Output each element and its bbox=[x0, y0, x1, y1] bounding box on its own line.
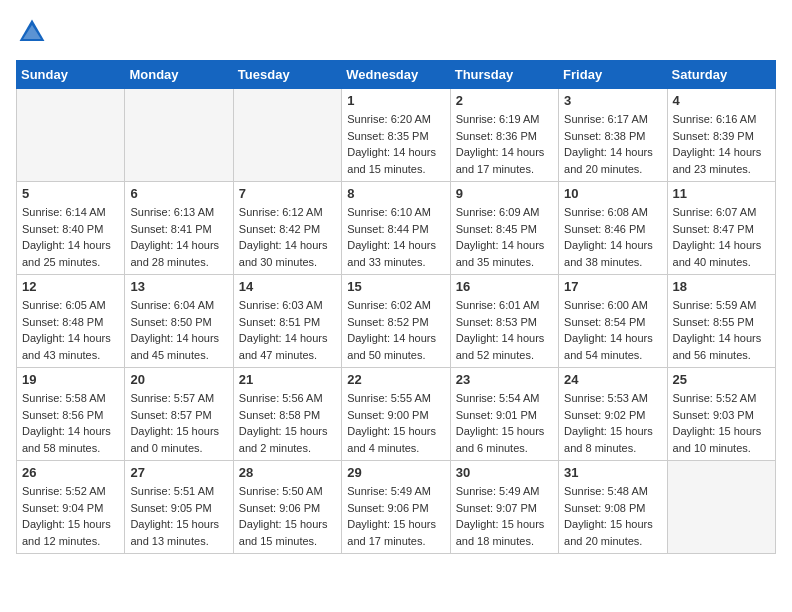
day-info: Sunrise: 6:20 AMSunset: 8:35 PMDaylight:… bbox=[347, 111, 444, 177]
day-info: Sunrise: 6:02 AMSunset: 8:52 PMDaylight:… bbox=[347, 297, 444, 363]
day-info: Sunrise: 5:48 AMSunset: 9:08 PMDaylight:… bbox=[564, 483, 661, 549]
calendar-cell: 23Sunrise: 5:54 AMSunset: 9:01 PMDayligh… bbox=[450, 368, 558, 461]
day-number: 28 bbox=[239, 465, 336, 480]
calendar-cell bbox=[233, 89, 341, 182]
day-info: Sunrise: 6:14 AMSunset: 8:40 PMDaylight:… bbox=[22, 204, 119, 270]
day-info: Sunrise: 5:49 AMSunset: 9:06 PMDaylight:… bbox=[347, 483, 444, 549]
page-header bbox=[16, 16, 776, 48]
day-info: Sunrise: 6:07 AMSunset: 8:47 PMDaylight:… bbox=[673, 204, 770, 270]
day-number: 3 bbox=[564, 93, 661, 108]
day-info: Sunrise: 6:00 AMSunset: 8:54 PMDaylight:… bbox=[564, 297, 661, 363]
calendar-cell bbox=[125, 89, 233, 182]
day-number: 30 bbox=[456, 465, 553, 480]
day-number: 17 bbox=[564, 279, 661, 294]
day-number: 27 bbox=[130, 465, 227, 480]
calendar-cell: 12Sunrise: 6:05 AMSunset: 8:48 PMDayligh… bbox=[17, 275, 125, 368]
calendar-cell: 17Sunrise: 6:00 AMSunset: 8:54 PMDayligh… bbox=[559, 275, 667, 368]
calendar-cell bbox=[667, 461, 775, 554]
calendar-cell: 24Sunrise: 5:53 AMSunset: 9:02 PMDayligh… bbox=[559, 368, 667, 461]
calendar-cell: 3Sunrise: 6:17 AMSunset: 8:38 PMDaylight… bbox=[559, 89, 667, 182]
calendar-cell: 16Sunrise: 6:01 AMSunset: 8:53 PMDayligh… bbox=[450, 275, 558, 368]
calendar-cell: 1Sunrise: 6:20 AMSunset: 8:35 PMDaylight… bbox=[342, 89, 450, 182]
day-number: 19 bbox=[22, 372, 119, 387]
logo-icon bbox=[16, 16, 48, 48]
day-info: Sunrise: 5:59 AMSunset: 8:55 PMDaylight:… bbox=[673, 297, 770, 363]
header-friday: Friday bbox=[559, 61, 667, 89]
calendar-header-row: SundayMondayTuesdayWednesdayThursdayFrid… bbox=[17, 61, 776, 89]
day-number: 18 bbox=[673, 279, 770, 294]
day-number: 7 bbox=[239, 186, 336, 201]
week-row-2: 5Sunrise: 6:14 AMSunset: 8:40 PMDaylight… bbox=[17, 182, 776, 275]
day-info: Sunrise: 6:03 AMSunset: 8:51 PMDaylight:… bbox=[239, 297, 336, 363]
day-number: 6 bbox=[130, 186, 227, 201]
day-info: Sunrise: 5:52 AMSunset: 9:03 PMDaylight:… bbox=[673, 390, 770, 456]
day-info: Sunrise: 6:05 AMSunset: 8:48 PMDaylight:… bbox=[22, 297, 119, 363]
calendar-cell: 15Sunrise: 6:02 AMSunset: 8:52 PMDayligh… bbox=[342, 275, 450, 368]
day-info: Sunrise: 5:51 AMSunset: 9:05 PMDaylight:… bbox=[130, 483, 227, 549]
day-info: Sunrise: 6:17 AMSunset: 8:38 PMDaylight:… bbox=[564, 111, 661, 177]
header-saturday: Saturday bbox=[667, 61, 775, 89]
calendar-cell: 11Sunrise: 6:07 AMSunset: 8:47 PMDayligh… bbox=[667, 182, 775, 275]
calendar-cell: 6Sunrise: 6:13 AMSunset: 8:41 PMDaylight… bbox=[125, 182, 233, 275]
day-info: Sunrise: 5:57 AMSunset: 8:57 PMDaylight:… bbox=[130, 390, 227, 456]
calendar-cell: 4Sunrise: 6:16 AMSunset: 8:39 PMDaylight… bbox=[667, 89, 775, 182]
week-row-1: 1Sunrise: 6:20 AMSunset: 8:35 PMDaylight… bbox=[17, 89, 776, 182]
day-number: 20 bbox=[130, 372, 227, 387]
calendar-cell: 10Sunrise: 6:08 AMSunset: 8:46 PMDayligh… bbox=[559, 182, 667, 275]
calendar-cell: 26Sunrise: 5:52 AMSunset: 9:04 PMDayligh… bbox=[17, 461, 125, 554]
header-wednesday: Wednesday bbox=[342, 61, 450, 89]
day-info: Sunrise: 6:13 AMSunset: 8:41 PMDaylight:… bbox=[130, 204, 227, 270]
day-info: Sunrise: 5:58 AMSunset: 8:56 PMDaylight:… bbox=[22, 390, 119, 456]
day-info: Sunrise: 6:19 AMSunset: 8:36 PMDaylight:… bbox=[456, 111, 553, 177]
calendar-cell: 19Sunrise: 5:58 AMSunset: 8:56 PMDayligh… bbox=[17, 368, 125, 461]
calendar-cell: 2Sunrise: 6:19 AMSunset: 8:36 PMDaylight… bbox=[450, 89, 558, 182]
calendar-cell: 5Sunrise: 6:14 AMSunset: 8:40 PMDaylight… bbox=[17, 182, 125, 275]
day-number: 12 bbox=[22, 279, 119, 294]
logo bbox=[16, 16, 52, 48]
day-info: Sunrise: 5:54 AMSunset: 9:01 PMDaylight:… bbox=[456, 390, 553, 456]
calendar-cell: 31Sunrise: 5:48 AMSunset: 9:08 PMDayligh… bbox=[559, 461, 667, 554]
day-info: Sunrise: 5:52 AMSunset: 9:04 PMDaylight:… bbox=[22, 483, 119, 549]
day-info: Sunrise: 5:50 AMSunset: 9:06 PMDaylight:… bbox=[239, 483, 336, 549]
day-number: 26 bbox=[22, 465, 119, 480]
day-number: 2 bbox=[456, 93, 553, 108]
calendar-cell: 22Sunrise: 5:55 AMSunset: 9:00 PMDayligh… bbox=[342, 368, 450, 461]
day-number: 15 bbox=[347, 279, 444, 294]
calendar-cell: 18Sunrise: 5:59 AMSunset: 8:55 PMDayligh… bbox=[667, 275, 775, 368]
day-number: 23 bbox=[456, 372, 553, 387]
header-tuesday: Tuesday bbox=[233, 61, 341, 89]
calendar-cell: 21Sunrise: 5:56 AMSunset: 8:58 PMDayligh… bbox=[233, 368, 341, 461]
calendar-cell: 7Sunrise: 6:12 AMSunset: 8:42 PMDaylight… bbox=[233, 182, 341, 275]
day-number: 5 bbox=[22, 186, 119, 201]
calendar-cell: 14Sunrise: 6:03 AMSunset: 8:51 PMDayligh… bbox=[233, 275, 341, 368]
calendar-table: SundayMondayTuesdayWednesdayThursdayFrid… bbox=[16, 60, 776, 554]
week-row-4: 19Sunrise: 5:58 AMSunset: 8:56 PMDayligh… bbox=[17, 368, 776, 461]
day-number: 11 bbox=[673, 186, 770, 201]
header-thursday: Thursday bbox=[450, 61, 558, 89]
day-info: Sunrise: 6:09 AMSunset: 8:45 PMDaylight:… bbox=[456, 204, 553, 270]
calendar-cell: 30Sunrise: 5:49 AMSunset: 9:07 PMDayligh… bbox=[450, 461, 558, 554]
day-number: 31 bbox=[564, 465, 661, 480]
day-number: 14 bbox=[239, 279, 336, 294]
day-info: Sunrise: 6:01 AMSunset: 8:53 PMDaylight:… bbox=[456, 297, 553, 363]
day-info: Sunrise: 5:53 AMSunset: 9:02 PMDaylight:… bbox=[564, 390, 661, 456]
day-info: Sunrise: 6:12 AMSunset: 8:42 PMDaylight:… bbox=[239, 204, 336, 270]
day-number: 13 bbox=[130, 279, 227, 294]
week-row-3: 12Sunrise: 6:05 AMSunset: 8:48 PMDayligh… bbox=[17, 275, 776, 368]
day-info: Sunrise: 6:04 AMSunset: 8:50 PMDaylight:… bbox=[130, 297, 227, 363]
day-info: Sunrise: 6:10 AMSunset: 8:44 PMDaylight:… bbox=[347, 204, 444, 270]
calendar-cell: 8Sunrise: 6:10 AMSunset: 8:44 PMDaylight… bbox=[342, 182, 450, 275]
calendar-cell: 29Sunrise: 5:49 AMSunset: 9:06 PMDayligh… bbox=[342, 461, 450, 554]
day-info: Sunrise: 6:08 AMSunset: 8:46 PMDaylight:… bbox=[564, 204, 661, 270]
calendar-cell: 28Sunrise: 5:50 AMSunset: 9:06 PMDayligh… bbox=[233, 461, 341, 554]
day-number: 9 bbox=[456, 186, 553, 201]
day-number: 22 bbox=[347, 372, 444, 387]
day-number: 16 bbox=[456, 279, 553, 294]
day-info: Sunrise: 5:56 AMSunset: 8:58 PMDaylight:… bbox=[239, 390, 336, 456]
day-number: 24 bbox=[564, 372, 661, 387]
calendar-cell bbox=[17, 89, 125, 182]
day-number: 21 bbox=[239, 372, 336, 387]
calendar-cell: 27Sunrise: 5:51 AMSunset: 9:05 PMDayligh… bbox=[125, 461, 233, 554]
calendar-cell: 25Sunrise: 5:52 AMSunset: 9:03 PMDayligh… bbox=[667, 368, 775, 461]
day-info: Sunrise: 6:16 AMSunset: 8:39 PMDaylight:… bbox=[673, 111, 770, 177]
